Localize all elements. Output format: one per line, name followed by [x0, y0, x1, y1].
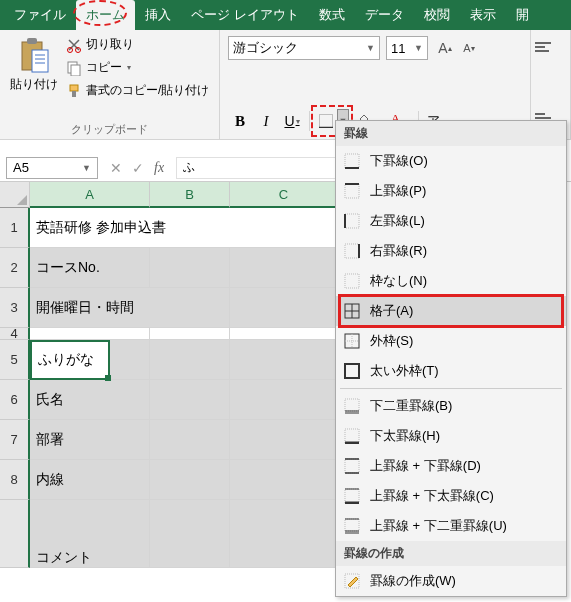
cell-a4[interactable]	[30, 328, 150, 340]
cell-b5[interactable]	[150, 340, 230, 380]
border-outside-item[interactable]: 外枠(S)	[336, 326, 566, 356]
draw-border-item[interactable]: 罫線の作成(W)	[336, 566, 566, 596]
svg-rect-12	[320, 115, 333, 128]
copy-icon	[66, 60, 82, 76]
border-thick-outside-item[interactable]: 太い外枠(T)	[336, 356, 566, 386]
cell-b4[interactable]	[150, 328, 230, 340]
svg-rect-10	[70, 85, 78, 91]
cell-b9[interactable]	[150, 500, 230, 568]
menu-formulas[interactable]: 数式	[309, 0, 355, 30]
col-header[interactable]: B	[150, 182, 230, 208]
cell-b6[interactable]	[150, 380, 230, 420]
underline-button[interactable]: U▾	[280, 109, 304, 133]
cell-c6[interactable]	[230, 380, 338, 420]
border-right-item[interactable]: 右罫線(R)	[336, 236, 566, 266]
cell-a2[interactable]: コースNo.	[30, 248, 150, 288]
border-bottom-thick-item[interactable]: 下太罫線(H)	[336, 421, 566, 451]
border-all-item[interactable]: 格子(A)	[336, 296, 566, 326]
row-header[interactable]: 1	[0, 208, 30, 248]
border-top-double-bottom-item[interactable]: 上罫線 + 下二重罫線(U)	[336, 511, 566, 541]
cancel-edit-icon[interactable]: ✕	[110, 160, 122, 176]
menu-insert[interactable]: 挿入	[135, 0, 181, 30]
format-painter-button[interactable]: 書式のコピー/貼り付け	[66, 82, 209, 99]
pencil-icon	[344, 573, 360, 589]
cell-a5[interactable]	[30, 340, 150, 380]
border-button[interactable]	[315, 109, 337, 133]
decrease-font-button[interactable]: A▾	[458, 37, 480, 59]
border-none-item[interactable]: 枠なし(N)	[336, 266, 566, 296]
svg-rect-18	[345, 214, 359, 228]
border-top-bottom-item[interactable]: 上罫線 + 下罫線(D)	[336, 451, 566, 481]
paste-label: 貼り付け	[10, 76, 58, 93]
cell-a6[interactable]: 氏名	[30, 380, 150, 420]
cell-c9[interactable]	[230, 500, 338, 568]
menu-dev[interactable]: 開	[506, 0, 539, 30]
chevron-down-icon: ▾	[296, 117, 300, 126]
cell-b7[interactable]	[150, 420, 230, 460]
copy-button[interactable]: コピー▾	[66, 59, 209, 76]
select-all-button[interactable]	[0, 182, 30, 208]
align-top-button[interactable]	[535, 36, 559, 58]
menu-file[interactable]: ファイル	[4, 0, 76, 30]
bold-button[interactable]: B	[228, 109, 252, 133]
chevron-down-icon: ▾	[127, 63, 131, 72]
name-box[interactable]: A5 ▼	[6, 157, 98, 179]
confirm-edit-icon[interactable]: ✓	[132, 160, 144, 176]
border-top-item[interactable]: 上罫線(P)	[336, 176, 566, 206]
cut-icon	[66, 37, 82, 53]
row-header[interactable]: 4	[0, 328, 30, 340]
border-bottom-double-item[interactable]: 下二重罫線(B)	[336, 391, 566, 421]
cell-b8[interactable]	[150, 460, 230, 500]
svg-rect-41	[345, 519, 359, 531]
border-top-double-bottom-icon	[344, 518, 360, 534]
menu-section-header: 罫線の作成	[336, 541, 566, 566]
cell-b2[interactable]	[150, 248, 230, 288]
cell-a1[interactable]: 英語研修 参加申込書	[30, 208, 338, 248]
chevron-down-icon: ▼	[82, 163, 91, 173]
col-header[interactable]: A	[30, 182, 150, 208]
row-header[interactable]: 6	[0, 380, 30, 420]
menu-review[interactable]: 校閲	[414, 0, 460, 30]
clipboard-group: 貼り付け 切り取り コピー▾ 書式のコピー/貼り付け クリップボード	[0, 30, 220, 139]
border-bottom-item[interactable]: 下罫線(O)	[336, 146, 566, 176]
row-header[interactable]: 2	[0, 248, 30, 288]
row-header[interactable]: 3	[0, 288, 30, 328]
border-icon	[319, 114, 333, 128]
col-header[interactable]: C	[230, 182, 338, 208]
paste-button[interactable]: 貼り付け	[6, 34, 62, 116]
svg-rect-20	[345, 244, 359, 258]
cell-c7[interactable]	[230, 420, 338, 460]
cell-c8[interactable]	[230, 460, 338, 500]
increase-font-button[interactable]: A▴	[434, 37, 456, 59]
cut-button[interactable]: 切り取り	[66, 36, 209, 53]
font-name-combo[interactable]: 游ゴシック ▼	[228, 36, 380, 60]
font-size-combo[interactable]: 11 ▼	[386, 36, 428, 60]
border-left-item[interactable]: 左罫線(L)	[336, 206, 566, 236]
border-thick-bottom-icon	[344, 428, 360, 444]
menu-data[interactable]: データ	[355, 0, 414, 30]
border-top-thick-bottom-item[interactable]: 上罫線 + 下太罫線(C)	[336, 481, 566, 511]
row-header[interactable]	[0, 500, 30, 568]
row-header[interactable]: 5	[0, 340, 30, 380]
cell-a7[interactable]: 部署	[30, 420, 150, 460]
row-header[interactable]: 8	[0, 460, 30, 500]
cell-a9[interactable]: コメント	[30, 500, 150, 568]
cell-c4[interactable]	[230, 328, 338, 340]
row-header[interactable]: 7	[0, 420, 30, 460]
menu-home[interactable]: ホーム	[76, 0, 135, 30]
border-bottom-icon	[344, 153, 360, 169]
menu-section-header: 罫線	[336, 121, 566, 146]
cell-c5[interactable]	[230, 340, 338, 380]
paste-icon	[18, 38, 50, 74]
menu-view[interactable]: 表示	[460, 0, 506, 30]
menu-page-layout[interactable]: ページ レイアウト	[181, 0, 309, 30]
cell-c3[interactable]	[230, 288, 338, 328]
cell-c2[interactable]	[230, 248, 338, 288]
clipboard-group-label: クリップボード	[6, 120, 213, 137]
fx-icon[interactable]: fx	[154, 160, 164, 176]
cell-a8[interactable]: 内線	[30, 460, 150, 500]
border-dropdown-menu: 罫線 下罫線(O) 上罫線(P) 左罫線(L) 右罫線(R) 枠なし(N) 格子…	[335, 120, 567, 597]
cell-a3[interactable]: 開催曜日・時間	[30, 288, 230, 328]
italic-button[interactable]: I	[254, 109, 278, 133]
border-outside-icon	[344, 333, 360, 349]
